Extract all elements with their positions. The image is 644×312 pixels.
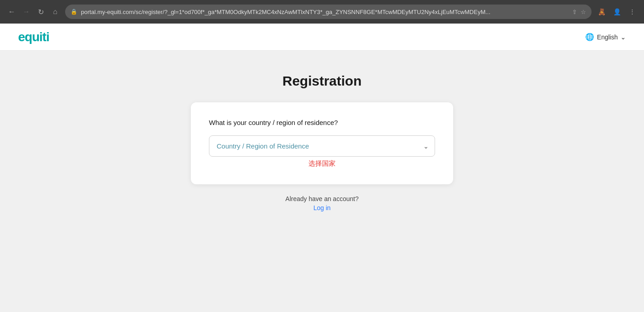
forward-button[interactable]: → — [20, 5, 33, 18]
already-account-text: Already have an account? — [285, 195, 359, 202]
extensions-icon[interactable]: 🧸 — [595, 5, 608, 18]
page-title: Registration — [282, 73, 361, 89]
back-button[interactable]: ← — [5, 5, 18, 18]
country-dropdown-wrapper: Country / Region of Residence United Sta… — [209, 135, 435, 157]
login-link[interactable]: Log in — [285, 204, 359, 211]
menu-icon[interactable]: ⋮ — [626, 5, 639, 18]
refresh-button[interactable]: ↻ — [34, 5, 47, 18]
language-label: English — [597, 34, 618, 41]
card-question: What is your country / region of residen… — [209, 119, 435, 126]
lock-icon: 🔒 — [71, 9, 77, 15]
home-button[interactable]: ⌂ — [49, 5, 62, 18]
browser-nav-buttons: ← → ↻ ⌂ — [5, 5, 62, 18]
address-text: portal.my-equiti.com/sc/register/?_gl=1*… — [81, 9, 568, 15]
language-selector[interactable]: 🌐 English ⌄ — [585, 33, 626, 41]
browser-chrome: ← → ↻ ⌂ 🔒 portal.my-equiti.com/sc/regist… — [0, 0, 644, 24]
top-nav: equiti 🌐 English ⌄ — [0, 24, 644, 51]
registration-card: What is your country / region of residen… — [191, 102, 453, 184]
main-content: Registration What is your country / regi… — [0, 51, 644, 312]
equiti-logo: equiti — [18, 30, 49, 44]
globe-icon: 🌐 — [585, 33, 594, 41]
chevron-down-icon: ⌄ — [620, 34, 626, 41]
already-account-section: Already have an account? Log in — [285, 195, 359, 211]
hint-text: 选择国家 — [209, 159, 435, 168]
page: equiti 🌐 English ⌄ Registration What is … — [0, 24, 644, 312]
country-region-select[interactable]: Country / Region of Residence United Sta… — [209, 135, 435, 157]
profile-icon[interactable]: 👤 — [611, 5, 623, 18]
star-icon[interactable]: ☆ — [581, 9, 586, 15]
share-icon[interactable]: ⇧ — [572, 9, 577, 15]
address-bar[interactable]: 🔒 portal.my-equiti.com/sc/register/?_gl=… — [65, 5, 592, 19]
browser-actions: 🧸 👤 ⋮ — [595, 5, 639, 18]
